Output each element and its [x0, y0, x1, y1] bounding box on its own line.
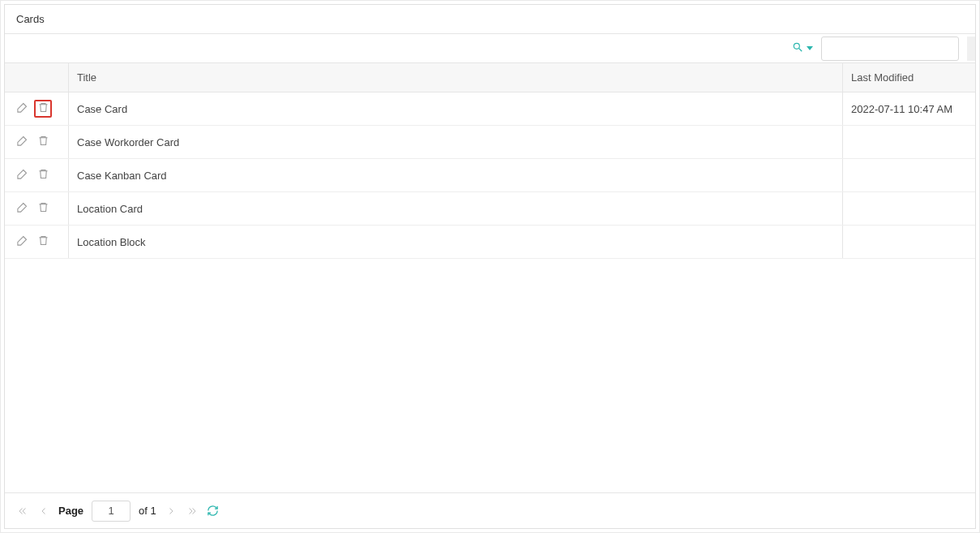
row-modified [842, 192, 975, 225]
row-modified [842, 159, 975, 191]
pager: Page of 1 [5, 492, 975, 528]
svg-line-1 [799, 49, 802, 52]
row-modified: 2022-07-11 10:47 AM [842, 92, 975, 125]
table-row[interactable]: Location Card [5, 192, 975, 226]
next-page-button[interactable] [165, 505, 178, 518]
page-label: Page [58, 505, 83, 517]
table-row[interactable]: Location Block [5, 226, 975, 259]
page-of-label: of 1 [139, 505, 156, 517]
row-title: Location Block [68, 226, 842, 258]
refresh-button[interactable] [207, 505, 219, 517]
grid-body: Case Card2022-07-11 10:47 AMCase Workord… [5, 92, 975, 492]
grid-header: Title Last Modified [5, 63, 975, 92]
search-icon [792, 41, 803, 55]
delete-button[interactable] [34, 166, 52, 184]
column-title-header[interactable]: Title [68, 63, 842, 92]
trash-icon [37, 135, 49, 149]
row-actions [5, 192, 68, 225]
delete-button[interactable] [34, 233, 52, 251]
first-page-button[interactable] [16, 505, 29, 518]
table-row[interactable]: Case Workorder Card [5, 126, 975, 159]
delete-button[interactable] [34, 200, 52, 217]
edit-button[interactable] [13, 133, 31, 151]
pencil-icon [16, 135, 28, 149]
pencil-icon [16, 201, 28, 216]
edit-button[interactable] [13, 166, 31, 184]
row-modified [842, 226, 975, 258]
row-actions [5, 159, 68, 191]
last-page-button[interactable] [186, 505, 199, 518]
page-number-input[interactable] [92, 501, 131, 522]
edit-button[interactable] [13, 100, 31, 118]
svg-point-0 [794, 43, 799, 49]
delete-button[interactable] [34, 100, 52, 118]
search-dropdown-button[interactable] [789, 38, 816, 58]
row-title: Location Card [68, 192, 842, 225]
trash-icon [37, 234, 49, 249]
row-modified [842, 126, 975, 158]
pencil-icon [16, 168, 28, 183]
row-title: Case Workorder Card [68, 126, 842, 158]
edit-button[interactable] [13, 233, 31, 251]
row-actions [5, 126, 68, 158]
delete-button[interactable] [34, 133, 52, 151]
column-actions-header [5, 63, 68, 92]
toolbar [5, 34, 975, 63]
trash-icon [37, 168, 49, 183]
pencil-icon [16, 101, 28, 116]
row-actions [5, 226, 68, 258]
prev-page-button[interactable] [37, 505, 50, 518]
pencil-icon [16, 234, 28, 249]
panel-title: Cards [5, 5, 975, 34]
row-title: Case Kanban Card [68, 159, 842, 191]
scrollbar-stub [967, 37, 975, 61]
trash-icon [37, 201, 49, 216]
row-actions [5, 92, 68, 125]
row-title: Case Card [68, 92, 842, 125]
edit-button[interactable] [13, 200, 31, 217]
search-input[interactable] [821, 37, 959, 61]
trash-icon [37, 101, 49, 116]
column-modified-header[interactable]: Last Modified [842, 63, 975, 92]
table-row[interactable]: Case Kanban Card [5, 159, 975, 192]
chevron-down-icon [807, 46, 813, 50]
table-row[interactable]: Case Card2022-07-11 10:47 AM [5, 92, 975, 126]
